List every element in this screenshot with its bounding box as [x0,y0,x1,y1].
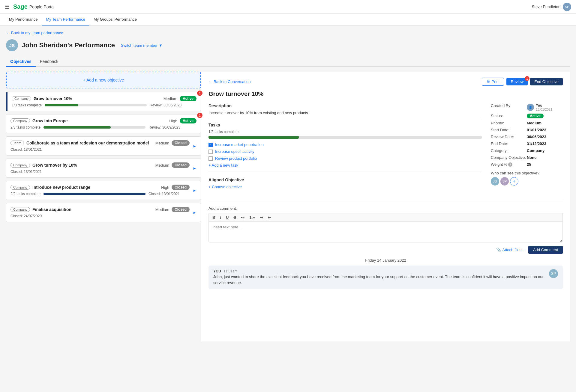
obj-tag-3: Team [10,141,24,145]
comment-section: Add a comment. B I U S •≡ 1.≡ ⇥ ⇤ 📎 Atta… [208,201,563,254]
toolbar-outdent[interactable]: ⇤ [267,215,272,220]
add-comment-button[interactable]: Add Comment [528,246,563,254]
tasks-complete-1: 1/3 tasks complete [12,103,42,107]
switch-member[interactable]: Switch team member ▼ [121,43,163,48]
tasks-complete-2: 2/3 tasks complete [10,125,40,129]
task-checkbox-1[interactable]: ✓ [208,143,213,147]
created-by-value: 👤 You 13/01/2021 [527,103,552,111]
add-objective-box[interactable]: + Add a new objective [6,72,201,88]
end-date-label: End Date: [491,141,527,146]
obj-row2-4: Closed: 13/01/2021 [10,170,190,174]
review-text-6: Closed: 24/07/2020 [10,214,42,218]
subnav-groups-performance[interactable]: My Groups' Performance [89,14,141,25]
sub-nav: My Performance My Team Performance My Gr… [0,14,576,26]
start-date-row: Start Date: 01/01/2023 [491,128,563,132]
who-add-button[interactable]: + [510,177,518,186]
progress-bg-2 [44,126,146,129]
created-date: 13/01/2021 [536,108,552,111]
status-value: Active [527,114,544,118]
obj-priority-2: High [169,119,177,123]
obj-row2-6: Closed: 24/07/2020 [10,214,190,218]
review-text-1: Review: 30/06/2023 [150,103,182,107]
task-name-3[interactable]: Review product portfolio [215,156,257,161]
end-date-value: 31/12/2023 [527,141,546,146]
objective-card-1[interactable]: Company Grow turnover 10% Medium Active … [6,92,201,111]
task-name-2[interactable]: Increase upsell activity [215,149,254,154]
objective-card-3[interactable]: Team Collaborate as a team and redesign … [6,136,201,156]
tab-feedback[interactable]: Feedback [36,57,62,67]
objective-card-main-4: Company Grow turnover by 10% Medium Clos… [10,162,190,174]
objective-card-5[interactable]: Company Introduce new product range High… [6,181,201,200]
toolbar-underline[interactable]: U [225,215,230,220]
back-link-text: Back to my team performance [11,31,63,35]
conv-content-1: YOU 11:01am John, just wanted to share t… [213,269,546,286]
subnav-my-performance[interactable]: My Performance [5,14,42,25]
task-checkbox-2[interactable] [208,150,213,154]
objective-card-main-5: Company Introduce new product range High… [10,185,190,196]
toolbar-ol[interactable]: 1.≡ [248,215,256,220]
rp-detail-area: Description Increase turnover by 10% fro… [208,103,563,195]
objective-card-main-2: Company Grow into Europe High Active 2/3… [10,118,196,129]
print-button[interactable]: 🖶 Print [482,78,504,86]
portal-name: People Portal [29,4,55,9]
task-name-1[interactable]: Increase market penetration [215,142,264,147]
obj-tag-6: Company [10,207,30,212]
status-label: Status: [491,114,527,118]
back-link[interactable]: ← Back to my team performance [6,31,570,35]
who-sees-section: Who can see this objective? JS SP + [491,171,563,186]
description-label: Description [208,103,482,108]
status-row: Status: Active [491,114,563,118]
obj-tag-5: Company [10,185,30,190]
chevron-right-5: ► [190,185,196,196]
obj-tag-4: Company [10,163,30,168]
user-avatar: SP [563,3,571,11]
obj-tag-2: Company [10,118,30,123]
review-button[interactable]: Review 1 [506,78,528,85]
description-text: Increase turnover by 10% from existing a… [208,111,482,115]
review-date-value: 30/06/2023 [527,135,546,139]
conv-time-1: 11:01am [224,269,238,273]
weight-label: Weight % i [491,162,527,167]
obj-row1-6: Company Finalise acquisition Medium Clos… [10,207,190,212]
obj-title-1: Grow turnover 10% [34,96,161,101]
obj-title-3: Collaborate as a team and redesign our d… [26,141,153,145]
tab-objectives[interactable]: Objectives [6,57,36,67]
objective-card-main-1: Company Grow turnover 10% Medium Active … [12,96,196,107]
end-objective-button[interactable]: End Objective [530,78,563,85]
obj-status-2: Active [180,118,196,123]
rp-detail-left: Description Increase turnover by 10% fro… [208,103,482,195]
menu-icon[interactable]: ☰ [5,4,10,10]
progress-fill-2 [44,126,111,129]
category-row: Category: Company [491,148,563,153]
task-checkbox-3[interactable] [208,156,213,161]
task-item-3: Review product portfolio [208,156,482,161]
objective-card-2[interactable]: Company Grow into Europe High Active 2/3… [6,114,201,133]
objective-card-6[interactable]: Company Finalise acquisition Medium Clos… [6,203,201,222]
attach-link[interactable]: 📎 Attach files... [496,248,524,252]
obj-priority-5: High [161,185,169,190]
toolbar-bold[interactable]: B [211,215,216,220]
choose-objective-link[interactable]: + Choose objective [208,185,482,189]
who-sees-label: Who can see this objective? [491,171,563,175]
objective-card-4[interactable]: Company Grow turnover by 10% Medium Clos… [6,159,201,178]
review-date-row: Review Date: 30/06/2023 [491,135,563,139]
tasks-complete-5: 2/2 tasks complete [10,192,40,196]
add-task-link[interactable]: + Add a new task [208,163,482,168]
comment-actions: 📎 Attach files... Add Comment [208,246,563,254]
conv-author-1: YOU 11:01am [213,269,546,273]
subnav-team-performance[interactable]: My Team Performance [42,14,89,25]
toolbar-strikethrough[interactable]: S [232,215,237,220]
info-icon[interactable]: i [508,162,512,167]
toolbar-ul[interactable]: •≡ [240,215,246,220]
rp-back-link[interactable]: ← Back to Conversation [208,79,251,84]
toolbar-indent[interactable]: ⇥ [259,215,264,220]
rp-header: ← Back to Conversation 🖶 Print Review 1 … [208,78,563,86]
toolbar-italic[interactable]: I [219,215,222,220]
switch-member-label: Switch team member [121,43,158,48]
top-nav: ☰ Sage People Portal Steve Pendleton SP [0,0,576,14]
review-text-4: Closed: 13/01/2021 [10,170,42,174]
priority-label: Priority: [491,121,527,125]
comment-input[interactable] [208,221,563,242]
arrow-left-icon: ← [6,31,10,35]
sage-logo: Sage [13,3,28,10]
